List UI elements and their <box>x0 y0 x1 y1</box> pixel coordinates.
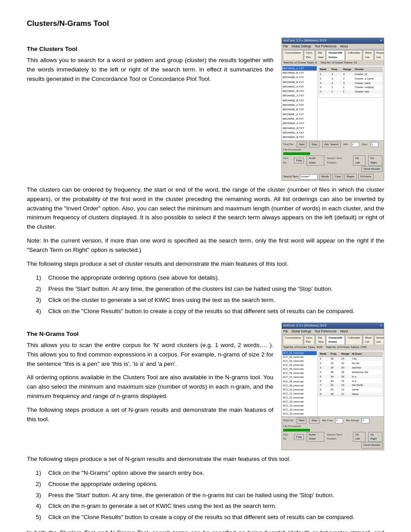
clusters-para-1: This allows you to search for a word or … <box>27 56 273 84</box>
ngrams-para-3: The following steps produce a set of N-g… <box>27 406 273 424</box>
widget2-stats: Total No. of N-Gram Types: 4226 Total No… <box>282 344 384 350</box>
clusters-section: The Clusters Tool This allows you to sea… <box>27 38 384 316</box>
clusters-step-4: 4) Click on the "Clone Results" button t… <box>27 307 384 316</box>
ngrams-heading: The N-Grams Tool <box>27 330 273 339</box>
ngrams-final-para: In both the Clusters Tool and N-Grams To… <box>27 528 384 532</box>
clusters-para-2: The clusters can be ordered by frequency… <box>27 185 384 232</box>
widget2-body: ACC_01_transcript ACC_02_transcript ACC_… <box>282 351 384 417</box>
widget2-menu: FileGlobal SettingsTool PreferencesAbout <box>282 329 384 335</box>
clusters-step-2: 2) Press the 'Start' button. At any time… <box>27 285 384 294</box>
widget1-menu: FileGlobal SettingsTool PreferencesAbout <box>282 44 384 50</box>
ngrams-para-2: All ordering options available in the Cl… <box>27 373 273 401</box>
widget1-file-list: BROWNA_A.TXT BROWNA_B.TXT BROWNB_A.TXT B… <box>282 66 318 140</box>
ngrams-section: The N-Grams Tool This allows you to scan… <box>27 323 384 532</box>
widget1-titlebar: AntConc 3.5.x (Windows) 2019 ✕ <box>282 38 384 44</box>
ngrams-step-3: 3) Press the 'Start' button. At any time… <box>27 491 384 500</box>
ngrams-steps-intro: The following steps produce a set of N-g… <box>27 455 384 464</box>
widget2-titlebar: AntConc 3.5.x (Windows) 2019 ✕ <box>282 323 384 329</box>
widget2-tabs: Concordance Conc. Plot File View Cluster… <box>282 335 384 345</box>
ngrams-para-1: This allows you to scan the entire corpu… <box>27 341 273 369</box>
page-title: Clusters/N-Grams Tool <box>27 18 384 29</box>
widget1-bottom: Total No. Start Stop Adv. Search Min: 2 … <box>282 140 384 173</box>
clusters-steps-intro: The following steps produce a set of clu… <box>27 260 384 269</box>
widget1-stats: Total No. of Cluster Types: 6 Total No. … <box>282 60 384 66</box>
ngrams-text-col: The N-Grams Tool This allows you to scan… <box>27 323 273 450</box>
ngrams-step-1: 1) Click on the "N-Grams" option above t… <box>27 469 384 478</box>
ngrams-screenshot: AntConc 3.5.x (Windows) 2019 ✕ FileGloba… <box>281 323 384 450</box>
widget1-search: Search Term cluster* Words Case Regex N-… <box>282 173 384 180</box>
widget1-body: BROWNA_A.TXT BROWNA_B.TXT BROWNB_A.TXT B… <box>282 66 384 140</box>
ngrams-step-5: 5) Click on the "Clone Results" button t… <box>27 513 384 522</box>
clusters-heading: The Clusters Tool <box>27 45 273 54</box>
clusters-step-3: 3) Click on the cluster to generate a se… <box>27 296 384 305</box>
widget2-bottom: Total No. Start Stop Min Freq 2 Min Rang… <box>282 416 384 449</box>
ngrams-step-4: 4) Click on the n-gram to generate a set… <box>27 502 384 511</box>
widget2-right: Rank Freq Range N-Gram 14324I do 24122le… <box>318 351 384 417</box>
widget2-file-list: ACC_01_transcript ACC_02_transcript ACC_… <box>282 351 318 417</box>
clusters-text-col: The Clusters Tool This allows you to sea… <box>27 38 273 180</box>
clusters-step-1: 1) Choose the appropriate ordering optio… <box>27 273 384 283</box>
clusters-para-3: Note: In the current version, if more th… <box>27 236 384 255</box>
widget1-right: Rank Freq Range Cluster 1 4 3 Cluster: o… <box>318 66 384 140</box>
ngrams-step-2: 2) Choose the appropriate ordering optio… <box>27 480 384 489</box>
clusters-screenshot: AntConc 3.5.x (Windows) 2019 ✕ FileGloba… <box>281 38 384 180</box>
widget1-tabs: Concordance Conc. Plot File View Cluster… <box>282 50 384 60</box>
